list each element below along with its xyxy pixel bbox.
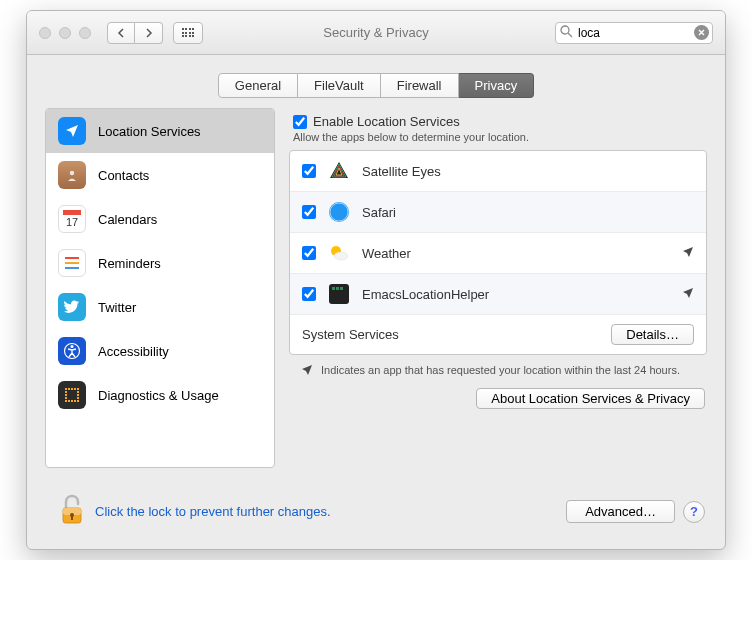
svg-rect-22 xyxy=(68,400,70,402)
sidebar-item-calendars[interactable]: 17 Calendars xyxy=(46,197,274,241)
content-frame: Location Services Contacts 17 Calendars … xyxy=(45,108,707,468)
clear-search-button[interactable] xyxy=(694,25,709,40)
main-panel: Enable Location Services Allow the apps … xyxy=(289,108,707,468)
sidebar-item-diagnostics[interactable]: Diagnostics & Usage xyxy=(46,373,274,417)
sidebar-item-twitter[interactable]: Twitter xyxy=(46,285,274,329)
footer: Click the lock to prevent further change… xyxy=(27,482,725,549)
close-window-button[interactable] xyxy=(39,27,51,39)
search-icon xyxy=(560,25,573,41)
search-input[interactable] xyxy=(555,22,713,44)
svg-rect-12 xyxy=(71,388,73,390)
app-name-label: Safari xyxy=(362,205,694,220)
note-text: Indicates an app that has requested your… xyxy=(321,364,680,376)
svg-rect-14 xyxy=(77,388,79,390)
help-button[interactable]: ? xyxy=(683,501,705,523)
preferences-window: Security & Privacy General FileVault Fir… xyxy=(26,10,726,550)
svg-point-33 xyxy=(334,252,348,260)
apps-list: Satellite Eyes Safari Weather xyxy=(289,150,707,355)
svg-rect-17 xyxy=(65,394,67,396)
reminders-icon xyxy=(58,249,86,277)
traffic-lights xyxy=(39,27,91,39)
app-row: Satellite Eyes xyxy=(290,151,706,192)
show-all-button[interactable] xyxy=(173,22,203,44)
tab-general[interactable]: General xyxy=(218,73,298,98)
minimize-window-button[interactable] xyxy=(59,27,71,39)
app-row: Safari xyxy=(290,192,706,233)
grid-icon xyxy=(182,28,195,37)
app-name-label: EmacsLocationHelper xyxy=(362,287,672,302)
sidebar-item-label: Twitter xyxy=(98,300,136,315)
enable-location-checkbox[interactable] xyxy=(293,115,307,129)
contacts-icon xyxy=(58,161,86,189)
svg-rect-13 xyxy=(74,388,76,390)
footer-right: Advanced… ? xyxy=(566,500,705,523)
tabbar-wrap: General FileVault Firewall Privacy xyxy=(27,55,725,98)
svg-text:17: 17 xyxy=(66,216,78,228)
weather-icon xyxy=(326,240,352,266)
tab-privacy[interactable]: Privacy xyxy=(459,73,535,98)
svg-rect-10 xyxy=(65,388,67,390)
sidebar-item-accessibility[interactable]: Accessibility xyxy=(46,329,274,373)
svg-rect-3 xyxy=(63,210,81,215)
window-title: Security & Privacy xyxy=(323,25,428,40)
sidebar-item-location-services[interactable]: Location Services xyxy=(46,109,274,153)
svg-rect-25 xyxy=(77,400,79,402)
svg-rect-35 xyxy=(332,287,335,290)
location-indicator-icon xyxy=(682,246,694,261)
details-button[interactable]: Details… xyxy=(611,324,694,345)
sidebar-item-reminders[interactable]: Reminders xyxy=(46,241,274,285)
sidebar-item-label: Location Services xyxy=(98,124,201,139)
lock-icon[interactable] xyxy=(59,494,85,529)
advanced-button[interactable]: Advanced… xyxy=(566,500,675,523)
sidebar-item-label: Contacts xyxy=(98,168,149,183)
search-wrap xyxy=(555,22,713,44)
svg-rect-21 xyxy=(65,400,67,402)
forward-button[interactable] xyxy=(135,22,163,44)
svg-point-0 xyxy=(561,26,569,34)
zoom-window-button[interactable] xyxy=(79,27,91,39)
sidebar-item-label: Calendars xyxy=(98,212,157,227)
sidebar-item-label: Diagnostics & Usage xyxy=(98,388,219,403)
location-indicator-icon xyxy=(301,364,313,378)
app-row: Weather xyxy=(290,233,706,274)
emacs-helper-icon xyxy=(326,281,352,307)
svg-rect-41 xyxy=(71,516,73,520)
calendar-icon: 17 xyxy=(58,205,86,233)
system-services-row: System Services Details… xyxy=(290,315,706,354)
svg-rect-18 xyxy=(77,394,79,396)
back-button[interactable] xyxy=(107,22,135,44)
accessibility-icon xyxy=(58,337,86,365)
app-checkbox[interactable] xyxy=(302,164,316,178)
svg-rect-16 xyxy=(77,391,79,393)
tab-filevault[interactable]: FileVault xyxy=(298,73,381,98)
location-indicator-icon xyxy=(682,287,694,302)
sidebar-item-label: Accessibility xyxy=(98,344,169,359)
enable-location-label: Enable Location Services xyxy=(313,114,460,129)
footer-left: Click the lock to prevent further change… xyxy=(59,494,331,529)
svg-point-9 xyxy=(71,345,74,348)
app-checkbox[interactable] xyxy=(302,287,316,301)
app-row: EmacsLocationHelper xyxy=(290,274,706,315)
tab-firewall[interactable]: Firewall xyxy=(381,73,459,98)
system-services-label: System Services xyxy=(302,327,399,342)
about-location-services-button[interactable]: About Location Services & Privacy xyxy=(476,388,705,409)
close-icon xyxy=(698,29,705,36)
app-checkbox[interactable] xyxy=(302,205,316,219)
svg-rect-23 xyxy=(71,400,73,402)
chevron-left-icon xyxy=(117,28,125,38)
svg-rect-20 xyxy=(77,397,79,399)
nav-arrow-group xyxy=(107,22,163,44)
sidebar-item-contacts[interactable]: Contacts xyxy=(46,153,274,197)
lock-message[interactable]: Click the lock to prevent further change… xyxy=(95,504,331,519)
app-name-label: Weather xyxy=(362,246,672,261)
enable-location-row: Enable Location Services xyxy=(293,114,707,129)
privacy-sidebar: Location Services Contacts 17 Calendars … xyxy=(45,108,275,468)
sidebar-item-label: Reminders xyxy=(98,256,161,271)
svg-rect-19 xyxy=(65,397,67,399)
svg-rect-36 xyxy=(336,287,339,290)
app-checkbox[interactable] xyxy=(302,246,316,260)
svg-rect-11 xyxy=(68,388,70,390)
chevron-right-icon xyxy=(145,28,153,38)
svg-rect-24 xyxy=(74,400,76,402)
svg-rect-15 xyxy=(65,391,67,393)
